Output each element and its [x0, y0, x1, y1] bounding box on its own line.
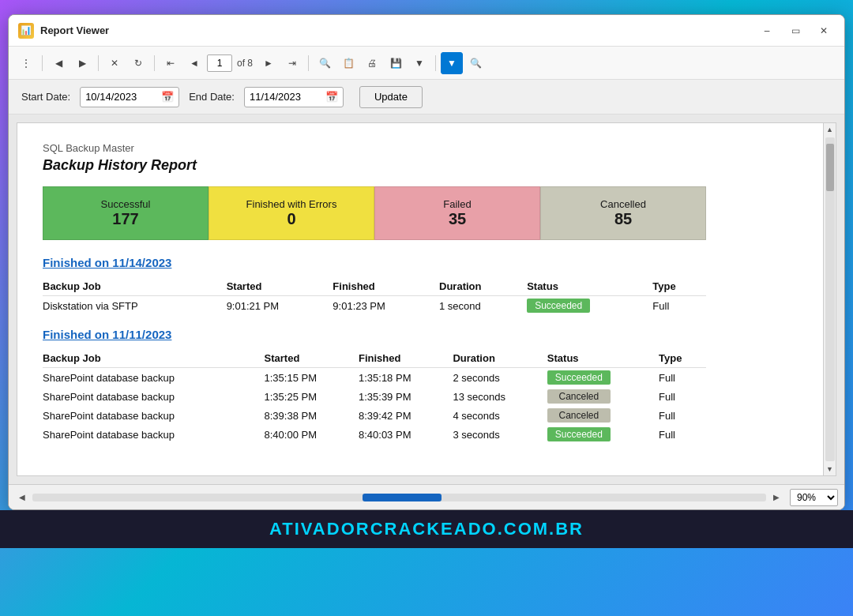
- stat-card-errors: Finished with Errors 0: [209, 186, 374, 240]
- restore-button[interactable]: ▭: [784, 22, 806, 39]
- status-badge: Canceled: [547, 389, 611, 404]
- scroll-up-arrow[interactable]: ▲: [824, 123, 836, 136]
- col-started: Started: [227, 277, 333, 296]
- report-app-name: SQL Backup Master: [43, 142, 795, 154]
- scroll-down-arrow[interactable]: ▼: [824, 463, 836, 475]
- section-1114: Finished on 11/14/2023 Backup Job Starte…: [43, 256, 795, 315]
- save-dropdown-button[interactable]: ▼: [408, 52, 430, 74]
- col-started-2: Started: [265, 349, 359, 368]
- cell-status: Canceled: [547, 387, 659, 406]
- stat-card-cancelled: Cancelled 85: [540, 186, 706, 240]
- page-number-input[interactable]: [207, 54, 232, 72]
- col-finished-2: Finished: [359, 349, 453, 368]
- end-date-calendar-icon[interactable]: 📅: [325, 91, 338, 103]
- start-date-input[interactable]: [85, 91, 156, 103]
- report-title: Backup History Report: [43, 157, 795, 174]
- stat-label-successful: Successful: [101, 198, 151, 210]
- first-page-button[interactable]: ⇤: [160, 52, 182, 74]
- hscroll-track: [32, 494, 766, 501]
- nav-prev-button[interactable]: ◀: [47, 52, 70, 74]
- zoom-select[interactable]: 90% 75% 100% 125% 150%: [790, 489, 838, 506]
- report-area: ▲ ▼ SQL Backup Master Backup History Rep…: [9, 115, 844, 484]
- cell-status: Canceled: [547, 406, 659, 425]
- print-button[interactable]: 🖨: [361, 52, 383, 74]
- hscroll-thumb[interactable]: [363, 494, 442, 501]
- cell-type: Full: [659, 406, 706, 425]
- minimize-button[interactable]: –: [756, 22, 778, 39]
- col-status-2: Status: [547, 349, 659, 368]
- cell-job: SharePoint database backup: [43, 425, 265, 444]
- cell-type: Full: [659, 425, 706, 444]
- end-date-input[interactable]: [250, 91, 321, 103]
- start-date-wrap: 📅: [80, 87, 179, 107]
- prev-page-button[interactable]: ◄: [183, 52, 205, 74]
- cell-type: Full: [652, 296, 706, 316]
- search-page-button[interactable]: 🔍: [314, 52, 336, 74]
- hscroll-left-arrow[interactable]: ◀: [15, 490, 29, 505]
- next-page-button[interactable]: ►: [257, 52, 280, 74]
- stat-label-errors: Finished with Errors: [246, 198, 337, 210]
- stat-card-successful: Successful 177: [43, 186, 209, 240]
- cell-finished: 1:35:18 PM: [359, 368, 453, 388]
- section-date-heading-1[interactable]: Finished on 11/14/2023: [43, 256, 795, 269]
- cell-started: 1:35:25 PM: [265, 387, 359, 406]
- start-date-calendar-icon[interactable]: 📅: [161, 91, 174, 103]
- cell-started: 1:35:15 PM: [265, 368, 359, 388]
- update-button[interactable]: Update: [359, 86, 423, 108]
- copy-button[interactable]: 📋: [337, 52, 359, 74]
- start-date-label: Start Date:: [21, 91, 70, 103]
- section-1111: Finished on 11/11/2023 Backup Job Starte…: [43, 328, 795, 444]
- cell-started: 9:01:21 PM: [227, 296, 333, 316]
- bottom-bar: ◀ ▶ 90% 75% 100% 125% 150%: [9, 484, 844, 509]
- table-row: SharePoint database backup 1:35:25 PM 1:…: [43, 387, 706, 406]
- page-total: of 8: [237, 58, 253, 69]
- hscroll-right-arrow[interactable]: ▶: [769, 490, 783, 505]
- cell-job: SharePoint database backup: [43, 406, 265, 425]
- col-type-2: Type: [659, 349, 706, 368]
- toolbar-dots-button[interactable]: ⋮: [15, 52, 37, 74]
- nav-next-button[interactable]: ▶: [71, 52, 93, 74]
- table-row: SharePoint database backup 1:35:15 PM 1:…: [43, 368, 706, 388]
- filter-button[interactable]: ▼: [441, 52, 463, 74]
- table-1111: Backup Job Started Finished Duration Sta…: [43, 349, 706, 444]
- col-duration-2: Duration: [453, 349, 547, 368]
- toolbar-separator-2: [98, 55, 99, 71]
- cell-started: 8:40:00 PM: [265, 425, 359, 444]
- toolbar-separator-4: [308, 55, 309, 71]
- table-row: SharePoint database backup 8:39:38 PM 8:…: [43, 406, 706, 425]
- last-page-button[interactable]: ⇥: [281, 52, 303, 74]
- app-icon: 📊: [18, 23, 34, 39]
- cell-duration: 3 seconds: [453, 425, 547, 444]
- stats-row: Successful 177 Finished with Errors 0 Fa…: [43, 186, 706, 240]
- cell-status: Succeeded: [527, 296, 652, 316]
- horizontal-scrollbar: ◀ ▶: [15, 490, 783, 505]
- status-badge: Canceled: [547, 408, 611, 423]
- stat-card-failed: Failed 35: [374, 186, 540, 240]
- save-button[interactable]: 💾: [385, 52, 407, 74]
- title-bar-left: 📊 Report Viewer: [18, 23, 109, 39]
- vertical-scrollbar[interactable]: ▲ ▼: [823, 123, 836, 475]
- cell-finished: 8:39:42 PM: [359, 406, 453, 425]
- toolbar-separator-3: [154, 55, 155, 71]
- table-row: Diskstation via SFTP 9:01:21 PM 9:01:23 …: [43, 296, 706, 316]
- close-button[interactable]: ✕: [813, 22, 835, 39]
- stat-value-successful: 177: [112, 210, 138, 228]
- find-button[interactable]: 🔍: [464, 52, 487, 74]
- col-duration: Duration: [439, 277, 527, 296]
- stat-label-failed: Failed: [443, 198, 471, 210]
- table-1114: Backup Job Started Finished Duration Sta…: [43, 277, 706, 315]
- cell-started: 8:39:38 PM: [265, 406, 359, 425]
- section-date-heading-2[interactable]: Finished on 11/11/2023: [43, 328, 795, 341]
- table-header-row-2: Backup Job Started Finished Duration Sta…: [43, 349, 706, 368]
- cell-finished: 1:35:39 PM: [359, 387, 453, 406]
- cell-finished: 9:01:23 PM: [333, 296, 439, 316]
- refresh-button[interactable]: ↻: [127, 52, 149, 74]
- scroll-thumb[interactable]: [826, 144, 834, 191]
- cell-status: Succeeded: [547, 368, 659, 388]
- cell-status: Succeeded: [547, 425, 659, 444]
- stat-label-cancelled: Cancelled: [600, 198, 646, 210]
- cell-job: Diskstation via SFTP: [43, 296, 227, 316]
- cell-duration: 4 seconds: [453, 406, 547, 425]
- cell-type: Full: [659, 387, 706, 406]
- stop-button[interactable]: ✕: [103, 52, 126, 74]
